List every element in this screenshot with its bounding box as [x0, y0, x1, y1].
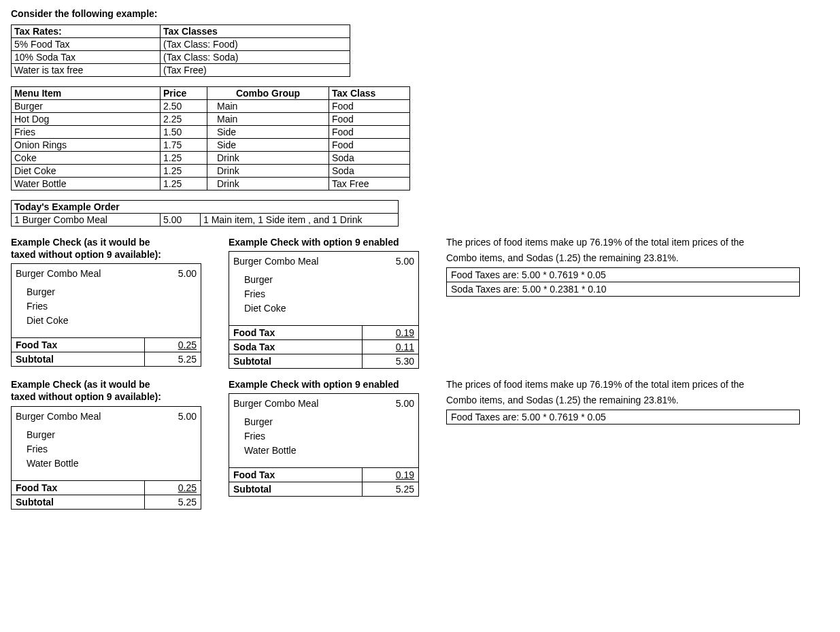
order-price: 5.00	[161, 214, 201, 227]
check-item-price: 5.00	[396, 254, 414, 269]
check-total-amount: 5.30	[363, 354, 419, 369]
notes-line: The prices of food items make up 76.19% …	[446, 378, 800, 391]
check-item-price: 5.00	[396, 397, 414, 411]
tax-rates-table: Tax Rates: Tax Classes 5% Food Tax(Tax C…	[11, 24, 350, 77]
check-total-amount: 0.11	[363, 340, 419, 354]
check-total-label: Food Tax	[12, 338, 145, 352]
check-total-label: Subtotal	[12, 352, 145, 367]
table-row: Hot Dog2.25MainFood	[12, 113, 410, 126]
check-subitem: Fries	[16, 442, 197, 456]
check-section: Example Check (as it would betaxed witho…	[11, 236, 829, 369]
cell-combo: Drink	[207, 178, 329, 190]
check-subitem: Fries	[16, 299, 197, 314]
check-total-label: Subtotal	[229, 354, 363, 369]
table-row: 5% Food Tax(Tax Class: Food)	[12, 38, 350, 51]
check-total-row: Subtotal5.25	[229, 482, 419, 497]
table-row: Coke1.25DrinkSoda	[12, 152, 410, 165]
cell-tax-class: (Tax Class: Food)	[161, 38, 350, 51]
cell-taxclass: Tax Free	[329, 178, 410, 190]
check-table: Burger Combo Meal5.00BurgerFriesWater Bo…	[11, 406, 201, 510]
table-row: Water Bottle1.25DrinkTax Free	[12, 178, 410, 190]
check-total-label: Food Tax	[12, 480, 145, 495]
check-item-name: Burger Combo Meal	[233, 254, 318, 269]
order-desc: 1 Main item, 1 Side item , and 1 Drink	[201, 214, 399, 227]
check-total-label: Food Tax	[229, 468, 363, 482]
check-title: Example Check (as it would betaxed witho…	[11, 378, 201, 403]
check-block: Example Check with option 9 enabledBurge…	[229, 236, 419, 369]
page-heading: Consider the following example:	[11, 8, 829, 19]
cell-taxclass: Soda	[329, 165, 410, 178]
th-tax-class: Tax Class	[329, 87, 410, 100]
cell-combo: Main	[207, 100, 329, 113]
check-total-amount: 5.25	[145, 352, 201, 367]
check-subitem: Fries	[233, 429, 414, 444]
cell-taxclass: Food	[329, 113, 410, 126]
cell-combo: Side	[207, 126, 329, 139]
table-row: Burger2.50MainFood	[12, 100, 410, 113]
notes-line: Combo items, and Sodas (1.25) the remain…	[446, 394, 800, 407]
check-total-amount: 0.25	[145, 480, 201, 495]
notes-block: The prices of food items make up 76.19% …	[446, 378, 800, 425]
check-item-name: Burger Combo Meal	[233, 397, 318, 411]
check-total-amount: 0.19	[363, 468, 419, 482]
th-tax-rates: Tax Rates:	[12, 25, 161, 38]
cell-menu-item: Water Bottle	[12, 178, 161, 190]
check-total-label: Subtotal	[12, 495, 145, 509]
cell-tax-class: (Tax Class: Soda)	[161, 51, 350, 64]
cell-menu-item: Onion Rings	[12, 139, 161, 152]
cell-tax-rate: Water is tax free	[12, 64, 161, 77]
check-total-label: Subtotal	[229, 482, 363, 497]
menu-table: Menu Item Price Combo Group Tax Class Bu…	[11, 86, 410, 190]
cell-combo: Drink	[207, 152, 329, 165]
check-block: Example Check (as it would betaxed witho…	[11, 378, 201, 509]
cell-price: 1.25	[161, 152, 207, 165]
th-tax-classes: Tax Classes	[161, 25, 350, 38]
check-total-amount: 5.25	[145, 495, 201, 509]
th-combo-group: Combo Group	[207, 87, 329, 100]
check-subitem: Fries	[233, 287, 414, 301]
check-subitem: Burger	[16, 428, 197, 442]
check-subitem: Burger	[16, 285, 197, 299]
table-row: Diet Coke1.25DrinkSoda	[12, 165, 410, 178]
check-total-row: Food Tax0.25	[12, 338, 201, 352]
th-menu-item: Menu Item	[12, 87, 161, 100]
check-subitem: Diet Coke	[233, 301, 414, 316]
cell-price: 2.50	[161, 100, 207, 113]
cell-tax-rate: 5% Food Tax	[12, 38, 161, 51]
check-subitem: Water Bottle	[16, 456, 197, 471]
check-total-row: Subtotal5.30	[229, 354, 419, 369]
check-item-name: Burger Combo Meal	[16, 410, 101, 424]
cell-price: 1.75	[161, 139, 207, 152]
check-total-row: Food Tax0.25	[12, 480, 201, 495]
cell-menu-item: Coke	[12, 152, 161, 165]
check-total-row: Subtotal5.25	[12, 495, 201, 509]
check-table: Burger Combo Meal5.00BurgerFriesWater Bo…	[229, 393, 419, 497]
table-row: Fries1.50SideFood	[12, 126, 410, 139]
cell-menu-item: Fries	[12, 126, 161, 139]
check-item-name: Burger Combo Meal	[16, 267, 101, 281]
check-total-row: Food Tax0.19	[229, 468, 419, 482]
formula-cell: Soda Taxes are: 5.00 * 0.2381 * 0.10	[447, 282, 800, 296]
cell-price: 1.25	[161, 165, 207, 178]
check-total-amount: 0.25	[145, 338, 201, 352]
notes-line: The prices of food items make up 76.19% …	[446, 236, 800, 249]
table-row: 10% Soda Tax(Tax Class: Soda)	[12, 51, 350, 64]
check-table: Burger Combo Meal5.00BurgerFriesDiet Cok…	[11, 263, 201, 367]
cell-combo: Drink	[207, 165, 329, 178]
check-total-amount: 0.19	[363, 326, 419, 340]
check-block: Example Check (as it would betaxed witho…	[11, 236, 201, 367]
cell-taxclass: Food	[329, 139, 410, 152]
check-item-price: 5.00	[178, 410, 197, 424]
notes-line: Combo items, and Sodas (1.25) the remain…	[446, 252, 800, 265]
order-table: Today's Example Order 1 Burger Combo Mea…	[11, 200, 399, 227]
check-table: Burger Combo Meal5.00BurgerFriesDiet Cok…	[229, 251, 419, 369]
cell-taxclass: Food	[329, 126, 410, 139]
check-title: Example Check (as it would betaxed witho…	[11, 236, 201, 261]
notes-block: The prices of food items make up 76.19% …	[446, 236, 800, 297]
check-total-amount: 5.25	[363, 482, 419, 497]
cell-menu-item: Hot Dog	[12, 113, 161, 126]
check-item-price: 5.00	[178, 267, 197, 281]
cell-price: 1.25	[161, 178, 207, 190]
check-section: Example Check (as it would betaxed witho…	[11, 378, 829, 509]
cell-taxclass: Soda	[329, 152, 410, 165]
